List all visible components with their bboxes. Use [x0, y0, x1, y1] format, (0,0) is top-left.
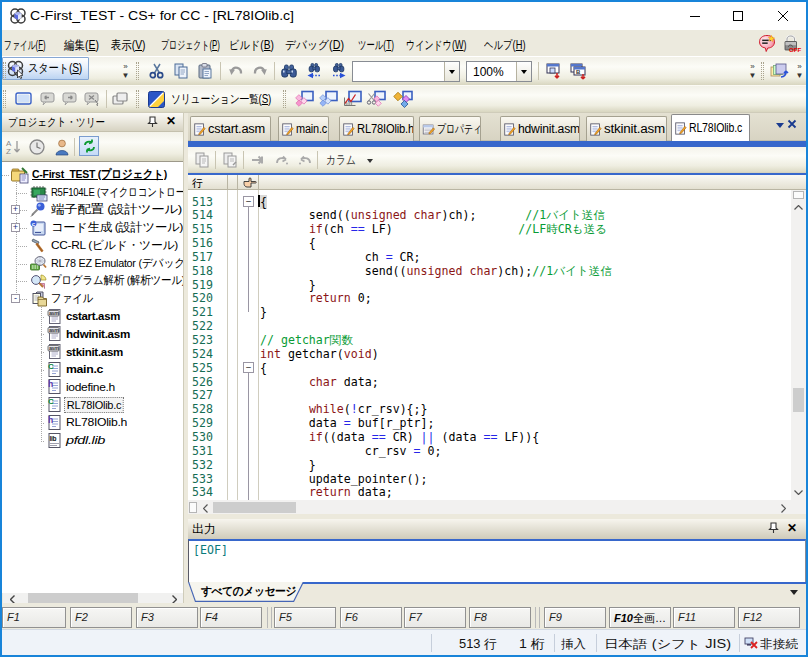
- tree-item[interactable]: hRL78IOlib.h: [46, 414, 125, 431]
- analysis-pink-icon[interactable]: [294, 89, 314, 109]
- pin-icon[interactable]: [768, 522, 779, 534]
- toolbar-grip[interactable]: [136, 90, 139, 108]
- vertical-scrollbar[interactable]: [791, 190, 806, 500]
- copy-icon[interactable]: [171, 61, 191, 81]
- horizontal-scroll-thumb[interactable]: [213, 502, 296, 513]
- tree-item[interactable]: asmstkinit.asm: [46, 343, 124, 360]
- find-prev-icon[interactable]: [304, 61, 324, 81]
- mixed-display-icon[interactable]: [192, 150, 212, 170]
- find-next-icon[interactable]: [329, 61, 349, 81]
- fold-collapse-icon[interactable]: −: [243, 196, 254, 207]
- tree-item[interactable]: asmhdwinit.asm: [46, 325, 131, 342]
- column-dropdown[interactable]: カラム: [326, 152, 373, 169]
- tree-item[interactable]: CRL78IOlib.c: [46, 396, 128, 413]
- scroll-up-icon[interactable]: [791, 200, 806, 215]
- fold-collapse-icon[interactable]: −: [243, 362, 254, 373]
- fn-key-F11[interactable]: F11: [673, 607, 735, 628]
- menu-item[interactable]: ウインドウ(W): [406, 37, 467, 54]
- address-display-icon[interactable]: [220, 150, 240, 170]
- toolbar-overflow-button[interactable]: »▼: [794, 60, 805, 82]
- toolbar-grip[interactable]: [761, 62, 764, 80]
- find-icon[interactable]: [279, 61, 299, 81]
- user-icon[interactable]: [52, 137, 72, 157]
- tab-プロパティ[interactable]: プロパティ: [419, 116, 481, 141]
- tree-item[interactable]: R5F104LE (マイクロコントロー: [29, 184, 183, 202]
- fn-key-F6[interactable]: F6: [340, 607, 402, 628]
- redo-icon[interactable]: [250, 61, 270, 81]
- close-button[interactable]: [760, 2, 805, 30]
- notification-balloon-icon[interactable]: [758, 34, 777, 53]
- tree-item[interactable]: ファイル: [29, 290, 98, 308]
- paste-icon[interactable]: [195, 61, 215, 81]
- menu-item[interactable]: 表示(V): [111, 37, 146, 54]
- tree-item[interactable]: 端子配置 (設計ツール): [29, 201, 165, 219]
- back-icon[interactable]: [295, 150, 315, 170]
- maximize-button[interactable]: [715, 2, 760, 30]
- toolbar-grip[interactable]: [3, 62, 6, 80]
- tree-item[interactable]: libpfdl.lib: [46, 432, 98, 449]
- zoom-dropdown-button[interactable]: [516, 62, 531, 81]
- editor-hsplit-handle[interactable]: [189, 502, 197, 513]
- menu-item[interactable]: ツール(T): [358, 37, 394, 54]
- cascade-windows-icon[interactable]: [110, 89, 130, 109]
- code-pane[interactable]: 513−{514 send((unsigned char)ch); //1バイト…: [188, 190, 791, 500]
- fn-key-F8[interactable]: F8: [469, 607, 531, 628]
- toolbar-grip[interactable]: [3, 90, 6, 108]
- fn-key-F10[interactable]: F10全画…: [609, 607, 671, 628]
- analysis-blue-icon[interactable]: [318, 89, 338, 109]
- menu-item[interactable]: デバッグ(D): [285, 37, 344, 54]
- menu-item[interactable]: ビルド(B): [229, 37, 274, 54]
- undo-icon[interactable]: [226, 61, 246, 81]
- tree-item[interactable]: hiodefine.h: [46, 378, 114, 395]
- build-download-icon[interactable]: [543, 61, 563, 81]
- output-tab-all-messages[interactable]: すべてのメッセージ: [188, 582, 304, 602]
- close-panel-icon[interactable]: ✕: [787, 521, 797, 535]
- pin-icon[interactable]: [147, 116, 158, 128]
- scroll-down-icon[interactable]: [791, 485, 806, 500]
- cut-icon[interactable]: [147, 61, 167, 81]
- balloon-back-icon[interactable]: [38, 89, 58, 109]
- tree-item[interactable]: CC-RL (ビルド・ツール): [29, 237, 177, 255]
- jump-icon[interactable]: [249, 150, 269, 170]
- zoom-combobox[interactable]: 100%: [466, 61, 532, 82]
- tab-cstart.asm[interactable]: cstart.asm: [190, 116, 271, 141]
- code-editor[interactable]: 行 513−{514 send((unsigned char)ch); //1バ…: [188, 173, 806, 514]
- tree-collapse-icon[interactable]: -: [11, 294, 20, 303]
- fn-key-F12[interactable]: F12: [738, 607, 800, 628]
- balloon-off-icon[interactable]: [82, 89, 102, 109]
- fn-key-F1[interactable]: F1: [2, 607, 66, 628]
- tab-main.c[interactable]: main.c: [278, 116, 329, 141]
- close-panel-icon[interactable]: ✕: [166, 114, 176, 128]
- tab-stkinit.asm[interactable]: stkinit.asm: [586, 116, 667, 141]
- tab-RL78IOlib.c[interactable]: RL78IOlib.c: [671, 114, 750, 141]
- output-tab-dropdown-icon[interactable]: [790, 589, 798, 595]
- analysis-chart-icon[interactable]: [342, 89, 362, 109]
- menu-item[interactable]: プロジェクト(P): [161, 37, 220, 54]
- fn-key-F7[interactable]: F7: [404, 607, 466, 628]
- tree-item[interactable]: Cmain.c: [46, 361, 102, 378]
- toolbar-overflow-button[interactable]: »▼: [120, 60, 131, 82]
- balloon-forward-icon[interactable]: [60, 89, 80, 109]
- menu-item[interactable]: ヘルプ(H): [484, 37, 526, 54]
- search-combobox[interactable]: [352, 61, 460, 82]
- fn-key-F9[interactable]: F9: [544, 607, 606, 628]
- toolbar-grip[interactable]: [283, 90, 286, 108]
- minimize-button[interactable]: [672, 2, 717, 30]
- tree-item[interactable]: プログラム解析 (解析ツール): [29, 272, 183, 290]
- fn-key-F4[interactable]: F4: [200, 607, 262, 628]
- rebuild-download-icon[interactable]: B: [568, 61, 588, 81]
- toolbar-overflow-button[interactable]: »▼: [747, 60, 758, 82]
- toolbar-grip[interactable]: [136, 62, 139, 80]
- menu-item[interactable]: 編集(E): [64, 37, 99, 54]
- refresh-icon[interactable]: [79, 136, 99, 156]
- tree-item[interactable]: RL78 EZ Emulator (デバック: [29, 255, 183, 273]
- start-button[interactable]: スタート(S): [2, 57, 89, 80]
- tree-item[interactable]: C-First_TEST (プロジェクト): [10, 166, 183, 184]
- vertical-scroll-thumb[interactable]: [793, 388, 804, 412]
- editor-split-handle[interactable]: [793, 191, 804, 199]
- fn-key-F3[interactable]: F3: [136, 607, 198, 628]
- forward-icon[interactable]: [272, 150, 292, 170]
- output-content[interactable]: [EOF]: [188, 539, 806, 582]
- search-dropdown-button[interactable]: [444, 62, 459, 81]
- tree-expand-icon[interactable]: +: [11, 223, 20, 232]
